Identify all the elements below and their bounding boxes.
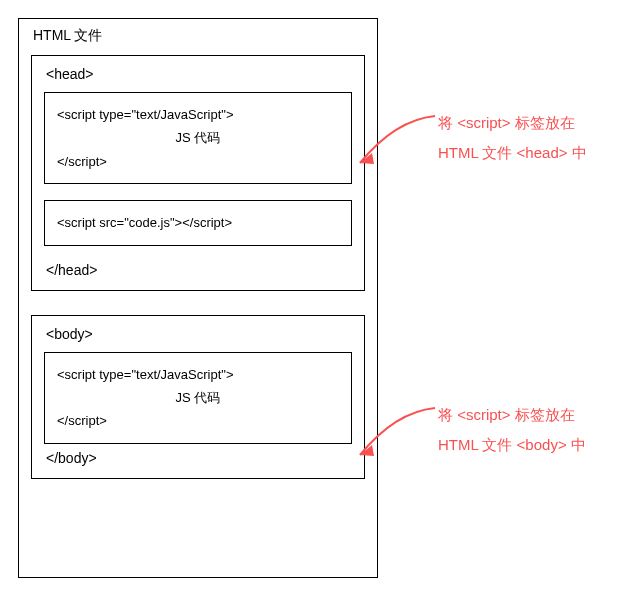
html-file-title: HTML 文件	[33, 27, 365, 45]
body-script-inline-box: <script type="text/JavaScript"> JS 代码 </…	[44, 352, 352, 444]
annotation-line: HTML 文件 <head> 中	[438, 138, 587, 168]
js-code-label: JS 代码	[57, 386, 339, 409]
body-section: <body> <script type="text/JavaScript"> J…	[31, 315, 365, 479]
body-open-tag: <body>	[46, 326, 352, 342]
annotation-line: HTML 文件 <body> 中	[438, 430, 586, 460]
annotation-head: 将 <script> 标签放在 HTML 文件 <head> 中	[438, 108, 587, 168]
js-code-label: JS 代码	[57, 126, 339, 149]
head-script-src-box: <script src="code.js"></script>	[44, 200, 352, 245]
head-close-tag: </head>	[46, 262, 352, 278]
annotation-line: 将 <script> 标签放在	[438, 108, 587, 138]
script-src-line: <script src="code.js"></script>	[57, 211, 339, 234]
head-section: <head> <script type="text/JavaScript"> J…	[31, 55, 365, 291]
head-script-inline-box: <script type="text/JavaScript"> JS 代码 </…	[44, 92, 352, 184]
annotation-line: 将 <script> 标签放在	[438, 400, 586, 430]
html-file-box: HTML 文件 <head> <script type="text/JavaSc…	[18, 18, 378, 578]
annotation-body: 将 <script> 标签放在 HTML 文件 <body> 中	[438, 400, 586, 460]
script-close-line: </script>	[57, 409, 339, 432]
script-open-line: <script type="text/JavaScript">	[57, 363, 339, 386]
script-close-line: </script>	[57, 150, 339, 173]
head-open-tag: <head>	[46, 66, 352, 82]
script-open-line: <script type="text/JavaScript">	[57, 103, 339, 126]
body-close-tag: </body>	[46, 450, 352, 466]
